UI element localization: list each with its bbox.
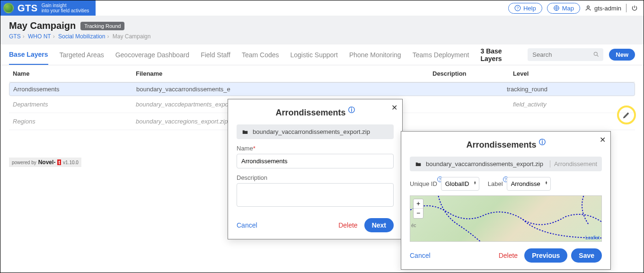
next-button[interactable]: Next (364, 218, 394, 232)
map-label: Map (562, 5, 574, 12)
folder-icon (241, 129, 249, 135)
tab-geocoverage[interactable]: Geocoverage Dashboard (115, 45, 189, 64)
page-title: May Campaign (9, 20, 76, 31)
help-icon[interactable]: ⓘ (348, 106, 355, 114)
brand-tagline-1: Gain insight (42, 3, 89, 8)
description-label: Description (237, 174, 394, 181)
modal-title: Arrondissements (275, 108, 345, 117)
unique-id-select[interactable]: GlobalID (441, 177, 479, 191)
cell-name: Departments (13, 101, 136, 108)
cell-name: Regions (13, 118, 136, 125)
col-level: Level (513, 70, 608, 77)
cell-name: Arrondissements (13, 86, 136, 93)
close-icon[interactable]: ✕ (600, 135, 606, 144)
zoom-out-button[interactable]: − (414, 209, 423, 218)
tab-team-codes[interactable]: Team Codes (242, 45, 279, 64)
user-name: gts-admin (594, 5, 621, 12)
file-chip: boundary_vaccarrondissements_export.zip … (410, 157, 602, 171)
unique-id-label: Unique ID (410, 180, 437, 187)
breadcrumb: GTS› WHO NT› Social Mobilization› May Ca… (9, 33, 635, 40)
svg-text:?: ? (517, 6, 519, 10)
new-button[interactable]: New (609, 49, 635, 61)
map-button[interactable]: Map (547, 3, 580, 14)
help-button[interactable]: ? Help (508, 3, 542, 14)
help-icon: ? (514, 5, 521, 11)
brand-logo (3, 3, 14, 13)
help-icon[interactable]: ⓘ (539, 138, 546, 146)
globe-icon (553, 5, 560, 11)
edit-row-button[interactable] (617, 106, 636, 124)
col-name: Name (13, 70, 136, 77)
close-icon[interactable]: ✕ (391, 103, 397, 112)
user-menu[interactable]: gts-admin (585, 5, 621, 12)
brand-tagline-2: into your field activities (42, 8, 89, 13)
brand-name: GTS (18, 3, 38, 14)
help-label: Help (523, 5, 536, 12)
brand-block[interactable]: GTS Gain insight into your field activit… (0, 0, 96, 16)
tab-logistic[interactable]: Logistic Support (291, 45, 338, 64)
tab-targeted-areas[interactable]: Targeted Areas (60, 45, 104, 64)
table-row[interactable]: Arrondissements boundary_vaccarrondissem… (9, 82, 635, 96)
search-input[interactable] (528, 48, 603, 61)
tab-field-staff[interactable]: Field Staff (201, 45, 230, 64)
label-select[interactable]: Arrondisse (507, 177, 551, 191)
col-description: Description (432, 70, 513, 77)
zoom-controls: + − (413, 199, 423, 219)
zoom-in-button[interactable]: + (414, 199, 423, 209)
file-name: boundary_vaccarrondissements_export.zip (253, 128, 370, 135)
tracking-round-badge: Tracking Round (80, 22, 124, 30)
layer-count: 3 Base Layers (480, 47, 522, 62)
crumb-who[interactable]: WHO NT (28, 33, 51, 40)
tab-teams-deploy[interactable]: Teams Deployment (413, 45, 469, 64)
modal-title: Arrondissements (466, 140, 536, 150)
user-icon (585, 5, 591, 11)
name-label: Name* (237, 145, 394, 152)
label-label: Label (488, 180, 503, 187)
col-filename: Filename (136, 70, 432, 77)
file-chip: boundary_vaccarrondissements_export.zip (237, 124, 394, 139)
tab-base-layers[interactable]: Base Layers (9, 45, 48, 65)
previous-button[interactable]: Previous (524, 248, 567, 263)
edit-layer-modal-step1: ✕ Arrondissements ⓘ boundary_vaccarrondi… (228, 99, 403, 239)
leaflet-attribution[interactable]: Leaflet (585, 235, 600, 240)
cell-file: boundary_vaccarrondissements_e (136, 86, 426, 93)
edit-layer-modal-step2: ✕ Arrondissements ⓘ boundary_vaccarrondi… (401, 131, 611, 270)
cancel-button[interactable]: Cancel (237, 221, 257, 229)
powered-by-footer: powered by Novel-t v1.10.0 (9, 158, 81, 167)
save-button[interactable]: Save (571, 248, 602, 263)
pencil-icon (623, 111, 630, 119)
svg-point-4 (594, 52, 598, 55)
separator (626, 4, 626, 12)
file-name: boundary_vaccarrondissements_export.zip (426, 160, 543, 167)
delete-button[interactable]: Delete (338, 221, 357, 229)
file-layer-name: Arrondissement (550, 160, 597, 167)
cancel-button[interactable]: Cancel (410, 252, 431, 259)
crumb-current: May Campaign (113, 33, 151, 40)
search-icon (593, 51, 600, 58)
map-corner-label: éc (411, 223, 416, 228)
crumb-social[interactable]: Social Mobilization (58, 33, 105, 40)
delete-button[interactable]: Delete (499, 252, 518, 259)
cell-level: tracking_round (507, 86, 601, 93)
power-icon[interactable] (631, 5, 638, 11)
folder-icon (415, 161, 422, 167)
description-input[interactable] (237, 183, 394, 207)
name-input[interactable] (237, 154, 394, 168)
tab-phone[interactable]: Phone Monitoring (349, 45, 401, 64)
cell-level: field_activity (513, 101, 608, 108)
map-preview[interactable]: + − éc Leaflet (410, 195, 602, 242)
crumb-gts[interactable]: GTS (9, 33, 21, 40)
svg-point-3 (587, 6, 590, 8)
